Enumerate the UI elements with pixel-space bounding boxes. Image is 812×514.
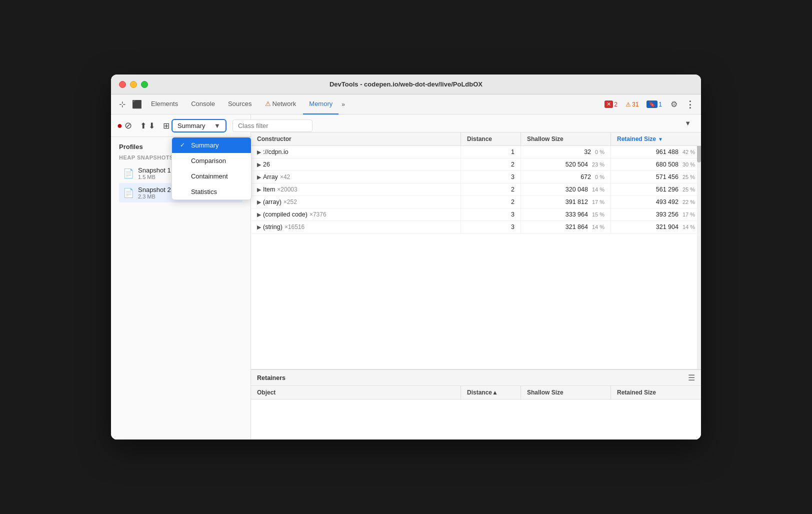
window-title: DevTools - codepen.io/web-dot-dev/live/P… [330,80,482,88]
tab-sources[interactable]: Sources [222,94,258,114]
info-icon: 🔖 [646,100,658,108]
retainers-th-shallow-size: Shallow Size [521,386,611,399]
settings-icon[interactable]: ⚙ [667,98,681,112]
th-shallow-size[interactable]: Shallow Size [521,132,611,146]
stop-button[interactable]: ⊘ [124,118,132,132]
table-row[interactable]: ▶ (compiled code) ×7376 3 333 964 15 % 3… [251,208,701,221]
th-retained-size[interactable]: Retained Size ▼ [611,132,701,146]
dropdown-menu: ✓ Summary Comparison Containment [172,137,252,200]
retainers-table-header: Object Distance▲ Shallow Size Retained S… [251,386,701,400]
retainers-th-retained-size: Retained Size [611,386,701,399]
filter-dropdown-button[interactable]: ▼ [680,118,695,129]
snapshot-2-size: 2.3 MB [138,194,171,200]
expand-icon-4[interactable]: ▶ [257,199,261,206]
class-filter-input[interactable] [232,120,312,132]
sort-desc-icon: ▼ [658,136,663,142]
tab-network[interactable]: ⚠ Network [259,94,302,114]
expand-icon-0[interactable]: ▶ [257,149,261,156]
table-row[interactable]: ▶ Item ×20003 2 320 048 14 % 561 296 25 … [251,184,701,196]
snapshot-1-name: Snapshot 1 [138,166,171,174]
more-tabs-button[interactable]: » [340,101,347,108]
view-mode-dropdown-container: Summary ▼ ✓ Summary Comparison [172,119,226,132]
tab-memory[interactable]: Memory [303,94,338,114]
filter-dropdown-arrow-icon: ▼ [684,120,691,127]
minimize-button[interactable] [130,81,137,88]
scrollbar-track [697,132,701,369]
filter-bar: ▼ [251,114,701,132]
retainers-menu-icon[interactable]: ☰ [688,373,695,382]
table-header: Constructor Distance Shallow Size Retain… [251,132,701,146]
snapshot-icon-2: 📄 [123,188,134,198]
tab-console[interactable]: Console [185,94,221,114]
check-icon: ✓ [180,142,187,148]
error-badge[interactable]: ✕ 2 [602,100,620,109]
chevron-down-icon: ▼ [214,122,220,130]
device-toggle-icon[interactable]: ⬛ [130,98,144,112]
dropdown-item-containment[interactable]: Containment [172,168,251,184]
table-row[interactable]: ▶ Array ×42 3 672 0 % 571 456 25 % [251,171,701,184]
network-warning-icon: ⚠ [265,100,271,108]
tab-bar: ⊹ ⬛ Elements Console Sources ⚠ Network M… [111,94,701,114]
info-badge[interactable]: 🔖 1 [644,100,665,109]
main-panel: ▼ Constructor Distance Shallow Size [251,114,701,440]
traffic-lights [119,81,148,88]
retainers-th-distance[interactable]: Distance▲ [461,386,521,399]
data-table: Constructor Distance Shallow Size Retain… [251,132,701,369]
toolbar-icons: ✕ 2 ⚠ 31 🔖 1 ⚙ ⋮ [602,98,697,112]
retainers-table-body [251,400,701,440]
dropdown-item-statistics[interactable]: Statistics [172,184,251,200]
action-bar: ● ⊘ ⬆ ⬇ ⊞ Summary ▼ ✓ [111,114,250,137]
warning-icon: ⚠ [626,101,631,108]
expand-icon-2[interactable]: ▶ [257,174,261,180]
snapshot-1-size: 1.5 MB [138,174,171,180]
table-row[interactable]: ▶ (string) ×16516 3 321 864 14 % 321 904… [251,221,701,234]
warning-badge[interactable]: ⚠ 31 [622,100,642,109]
expand-icon-5[interactable]: ▶ [257,212,261,218]
download-button[interactable]: ⬇ [148,118,155,132]
table-row[interactable]: ▶ ://cdpn.io 1 32 0 % 961 488 42 % [251,146,701,158]
snapshot-icon-1: 📄 [123,168,134,179]
filter-button[interactable]: ⊞ [163,118,170,132]
upload-button[interactable]: ⬆ [140,118,146,132]
content-area: ● ⊘ ⬆ ⬇ ⊞ Summary ▼ ✓ [111,114,701,440]
expand-icon-6[interactable]: ▶ [257,224,261,230]
th-constructor: Constructor [251,132,461,146]
devtools-window: DevTools - codepen.io/web-dot-dev/live/P… [111,74,701,440]
record-button[interactable]: ● [117,118,122,132]
inspect-icon[interactable]: ⊹ [115,98,129,112]
dropdown-item-comparison[interactable]: Comparison [172,153,251,168]
retainers-header: Retainers ☰ [251,370,701,386]
close-button[interactable] [119,81,126,88]
error-icon: ✕ [604,100,613,108]
titlebar: DevTools - codepen.io/web-dot-dev/live/P… [111,74,701,94]
expand-icon-1[interactable]: ▶ [257,162,261,168]
table-row[interactable]: ▶ (array) ×252 2 391 812 17 % 493 492 22… [251,196,701,208]
view-mode-dropdown[interactable]: Summary ▼ [172,119,226,132]
sidebar: ● ⊘ ⬆ ⬇ ⊞ Summary ▼ ✓ [111,114,251,440]
snapshot-2-name: Snapshot 2 [138,186,171,194]
th-distance[interactable]: Distance [461,132,521,146]
expand-icon-3[interactable]: ▶ [257,186,261,193]
dropdown-selected-label: Summary [178,122,206,130]
retainers-section: Retainers ☰ Object Distance▲ Shallow Siz… [251,369,701,440]
retainers-th-object: Object [251,386,461,399]
retainers-title: Retainers [257,374,286,382]
dropdown-item-summary[interactable]: ✓ Summary [172,138,251,153]
maximize-button[interactable] [141,81,148,88]
table-row[interactable]: ▶ 26 2 520 504 23 % 680 508 30 % [251,158,701,171]
tab-elements[interactable]: Elements [145,94,184,114]
more-options-icon[interactable]: ⋮ [683,98,697,112]
